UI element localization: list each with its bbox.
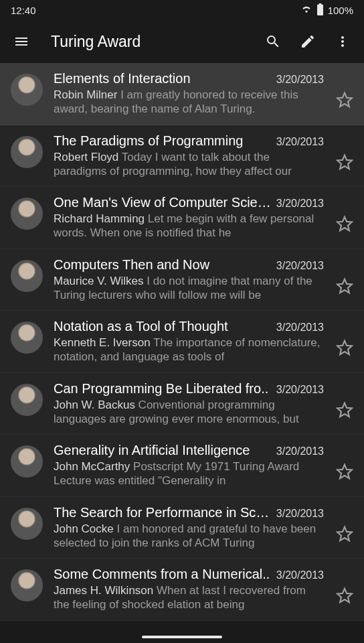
item-date: 3/20/2013 [276,136,324,148]
item-title: Computers Then and Now [54,257,209,273]
item-preview: Robert Floyd Today I want to talk about … [54,150,324,179]
star-button[interactable] [336,339,353,356]
item-author: Richard Hamming [54,212,145,225]
star-button[interactable] [336,153,353,171]
item-title: The Search for Performance in Scie.. [54,505,271,520]
item-author: Kenneth E. Iverson [54,336,151,349]
avatar[interactable] [11,74,43,106]
star-button[interactable] [336,277,353,295]
list-item[interactable]: One Man's View of Computer Scien..3/20/2… [0,187,364,249]
menu-button[interactable] [8,28,35,55]
star-button[interactable] [336,525,353,543]
item-title: Notation as a Tool of Thought [54,319,228,334]
star-button[interactable] [336,587,353,604]
item-date: 3/20/2013 [276,508,324,520]
item-author: Maurice V. Wilkes [54,275,143,287]
item-body: The Search for Performance in Scie..3/20… [54,505,324,551]
item-side [335,133,353,171]
item-author: James H. Wilkinson [54,584,153,597]
list-item[interactable]: Notation as a Tool of Thought3/20/2013Ke… [0,311,364,373]
item-side [335,567,353,604]
item-preview: James H. Wilkinson When at last I recove… [54,583,324,612]
item-body: Elements of Interaction3/20/2013Robin Mi… [54,71,324,117]
more-vert-icon [335,33,351,50]
item-side [335,257,353,295]
avatar[interactable] [11,508,43,540]
item-side [335,319,353,356]
item-author: Robin Milner [54,88,117,101]
nav-handle[interactable] [142,636,222,638]
status-right: 100% [300,3,353,17]
star-button[interactable] [336,463,353,480]
message-list: Elements of Interaction3/20/2013Robin Mi… [0,63,364,621]
star-button[interactable] [336,91,353,109]
pencil-icon [300,33,316,50]
item-date: 3/20/2013 [276,445,324,457]
item-preview: John Cocke I am honored and grateful to … [54,522,324,551]
more-button[interactable] [329,28,356,55]
list-item[interactable]: Computers Then and Now3/20/2013Maurice V… [0,249,364,311]
avatar[interactable] [11,322,43,354]
avatar[interactable] [11,445,43,478]
item-side [335,505,353,543]
edit-button[interactable] [294,28,321,55]
item-body: Some Comments from a Numerical..3/20/201… [54,567,324,612]
item-date: 3/20/2013 [276,384,324,396]
item-body: The Paradigms of Programming3/20/2013Rob… [54,133,324,179]
item-title: Some Comments from a Numerical.. [54,567,270,582]
list-item[interactable]: Some Comments from a Numerical..3/20/201… [0,559,364,621]
item-side [335,71,353,109]
item-author: Robert Floyd [54,151,118,163]
search-button[interactable] [260,28,286,55]
item-date: 3/20/2013 [276,198,324,210]
item-author: John W. Backus [54,399,135,411]
item-preview: Robin Milner I am greatly honored to rec… [54,88,324,117]
item-preview: John McCarthy Postscript My 1971 Turing … [54,459,324,488]
status-time: 12:40 [11,5,36,16]
wifi-icon [300,5,312,16]
list-item[interactable]: Can Programming Be Liberated fro..3/20/2… [0,373,364,435]
item-body: Notation as a Tool of Thought3/20/2013Ke… [54,319,324,364]
status-bar: 12:40 100% [0,0,364,20]
hamburger-icon [13,33,29,50]
nav-bar [0,631,364,643]
item-preview: Kenneth E. Iverson The importance of nom… [54,336,324,364]
item-side [335,381,353,419]
avatar[interactable] [11,198,43,230]
item-side [335,195,353,232]
item-date: 3/20/2013 [276,260,324,272]
list-item[interactable]: Elements of Interaction3/20/2013Robin Mi… [0,63,364,125]
avatar[interactable] [11,384,43,416]
item-title: Can Programming Be Liberated fro.. [54,381,268,397]
item-title: The Paradigms of Programming [54,133,243,149]
avatar[interactable] [11,260,43,292]
item-preview: Maurice V. Wilkes I do not imagine that … [54,274,324,303]
item-author: John Cocke [54,522,114,535]
item-side [335,443,353,480]
list-item[interactable]: Generality in Artificial Intelligence3/2… [0,435,364,497]
avatar[interactable] [11,136,43,168]
item-preview: John W. Backus Conventional programming … [54,398,324,427]
star-button[interactable] [336,215,353,232]
item-date: 3/20/2013 [276,74,324,86]
item-date: 3/20/2013 [276,322,324,334]
avatar[interactable] [11,569,43,601]
item-title: Elements of Interaction [54,71,191,86]
item-body: One Man's View of Computer Scien..3/20/2… [54,195,324,240]
app-bar: Turing Award [0,20,364,63]
item-date: 3/20/2013 [276,569,324,581]
item-title: Generality in Artificial Intelligence [54,443,250,458]
battery-icon [316,3,324,17]
item-body: Computers Then and Now3/20/2013Maurice V… [54,257,324,303]
item-preview: Richard Hamming Let me begin with a few … [54,212,324,240]
item-body: Generality in Artificial Intelligence3/2… [54,443,324,488]
item-author: John McCarthy [54,460,130,473]
search-icon [265,33,281,50]
battery-level: 100% [328,5,353,16]
star-button[interactable] [336,401,353,419]
page-title: Turing Award [51,33,244,51]
action-buttons [260,28,356,55]
list-item[interactable]: The Paradigms of Programming3/20/2013Rob… [0,125,364,188]
list-item[interactable]: The Search for Performance in Scie..3/20… [0,497,364,559]
item-title: One Man's View of Computer Scien.. [54,195,271,210]
